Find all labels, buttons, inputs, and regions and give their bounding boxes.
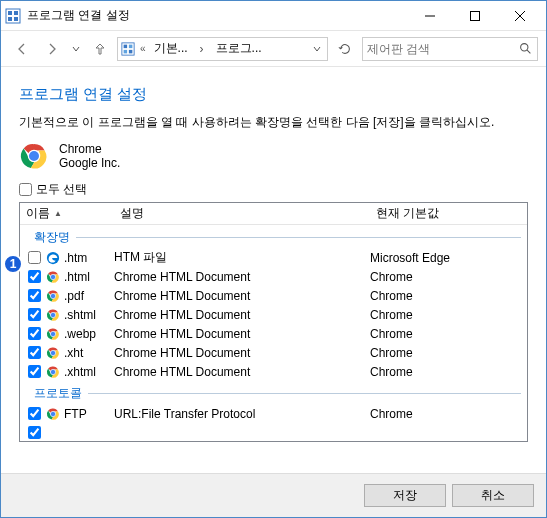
table-row[interactable]: .webpChrome HTML DocumentChrome bbox=[20, 324, 527, 343]
table-row[interactable]: .pdfChrome HTML DocumentChrome bbox=[20, 286, 527, 305]
grid-body[interactable]: 확장명 .htmHTM 파일Microsoft Edge.htmlChrome … bbox=[20, 225, 527, 442]
edge-icon bbox=[44, 251, 62, 265]
table-row[interactable]: .htmlChrome HTML DocumentChrome bbox=[20, 267, 527, 286]
minimize-button[interactable] bbox=[407, 2, 452, 30]
breadcrumb-seg-1[interactable]: 기본... bbox=[150, 40, 192, 57]
annotation-callout-1: 1 bbox=[3, 254, 23, 274]
app-name-label: Chrome bbox=[59, 142, 120, 156]
row-desc: Chrome HTML Document bbox=[114, 270, 370, 284]
select-all-label[interactable]: 모두 선택 bbox=[36, 181, 87, 198]
content-area: 프로그램 연결 설정 기본적으로 이 프로그램을 열 때 사용하려는 확장명을 … bbox=[1, 67, 546, 452]
back-button[interactable] bbox=[9, 36, 35, 62]
table-row[interactable]: .xhtChrome HTML DocumentChrome bbox=[20, 343, 527, 362]
row-ext: .xhtml bbox=[62, 365, 114, 379]
row-default: Chrome bbox=[370, 289, 527, 303]
row-checkbox[interactable] bbox=[28, 308, 41, 321]
row-ext: .pdf bbox=[62, 289, 114, 303]
svg-rect-10 bbox=[124, 44, 128, 48]
row-ext: .xht bbox=[62, 346, 114, 360]
page-title: 프로그램 연결 설정 bbox=[19, 85, 528, 104]
row-desc: Chrome HTML Document bbox=[114, 346, 370, 360]
col-name-header[interactable]: 이름▲ bbox=[20, 203, 114, 224]
row-desc: Chrome HTML Document bbox=[114, 289, 370, 303]
chrome-icon bbox=[44, 407, 62, 421]
chrome-icon bbox=[44, 346, 62, 360]
save-button[interactable]: 저장 bbox=[364, 484, 446, 507]
row-ext: FTP bbox=[62, 407, 114, 421]
svg-rect-1 bbox=[8, 11, 12, 15]
recent-dropdown-icon[interactable] bbox=[69, 45, 83, 53]
chrome-icon bbox=[44, 289, 62, 303]
svg-rect-13 bbox=[129, 49, 133, 53]
chevron-right-icon[interactable]: › bbox=[194, 42, 210, 56]
forward-button[interactable] bbox=[39, 36, 65, 62]
sort-asc-icon: ▲ bbox=[54, 209, 62, 218]
select-all-row: 모두 선택 bbox=[19, 181, 528, 198]
chrome-icon bbox=[44, 308, 62, 322]
svg-point-14 bbox=[520, 44, 527, 51]
search-input[interactable] bbox=[367, 42, 517, 56]
row-ext: .webp bbox=[62, 327, 114, 341]
cancel-button[interactable]: 취소 bbox=[452, 484, 534, 507]
row-default: Chrome bbox=[370, 346, 527, 360]
maximize-button[interactable] bbox=[452, 2, 497, 30]
chrome-icon bbox=[44, 365, 62, 379]
row-ext: .htm bbox=[62, 251, 114, 265]
table-row[interactable]: .shtmlChrome HTML DocumentChrome bbox=[20, 305, 527, 324]
svg-line-15 bbox=[527, 50, 530, 53]
svg-rect-12 bbox=[124, 49, 128, 53]
window-title: 프로그램 연결 설정 bbox=[27, 7, 407, 24]
group-extensions: 확장명 bbox=[20, 225, 527, 248]
refresh-button[interactable] bbox=[332, 37, 358, 61]
table-row[interactable]: FTPURL:File Transfer ProtocolChrome bbox=[20, 404, 527, 423]
chrome-icon bbox=[44, 327, 62, 341]
breadcrumb-dropdown-icon[interactable] bbox=[309, 42, 325, 56]
col-desc-header[interactable]: 설명 bbox=[114, 203, 370, 224]
col-default-header[interactable]: 현재 기본값 bbox=[370, 203, 510, 224]
row-desc: Chrome HTML Document bbox=[114, 308, 370, 322]
app-info: Chrome Google Inc. bbox=[19, 141, 528, 171]
page-description: 기본적으로 이 프로그램을 열 때 사용하려는 확장명을 선택한 다음 [저장]… bbox=[19, 114, 528, 131]
association-grid: 이름▲ 설명 현재 기본값 확장명 .htmHTM 파일Microsoft Ed… bbox=[19, 202, 528, 442]
chrome-icon bbox=[19, 141, 49, 171]
row-checkbox[interactable] bbox=[28, 426, 41, 439]
row-ext: .html bbox=[62, 270, 114, 284]
search-icon[interactable] bbox=[517, 42, 533, 55]
svg-rect-3 bbox=[8, 17, 12, 21]
breadcrumb-overflow-icon[interactable]: « bbox=[138, 43, 148, 54]
row-checkbox[interactable] bbox=[28, 327, 41, 340]
row-desc: HTM 파일 bbox=[114, 249, 370, 266]
close-button[interactable] bbox=[497, 2, 542, 30]
breadcrumb[interactable]: « 기본... › 프로그... bbox=[117, 37, 328, 61]
row-desc: Chrome HTML Document bbox=[114, 327, 370, 341]
svg-rect-6 bbox=[470, 11, 479, 20]
row-default: Chrome bbox=[370, 407, 527, 421]
row-default: Microsoft Edge bbox=[370, 251, 527, 265]
row-checkbox[interactable] bbox=[28, 289, 41, 302]
up-button[interactable] bbox=[87, 36, 113, 62]
row-checkbox[interactable] bbox=[28, 407, 41, 420]
breadcrumb-seg-2[interactable]: 프로그... bbox=[212, 40, 266, 57]
table-row[interactable] bbox=[20, 423, 527, 442]
row-default: Chrome bbox=[370, 270, 527, 284]
table-row[interactable]: .xhtmlChrome HTML DocumentChrome bbox=[20, 362, 527, 381]
grid-header: 이름▲ 설명 현재 기본값 bbox=[20, 203, 527, 225]
chrome-icon bbox=[44, 270, 62, 284]
titlebar: 프로그램 연결 설정 bbox=[1, 1, 546, 31]
row-checkbox[interactable] bbox=[28, 270, 41, 283]
navbar: « 기본... › 프로그... bbox=[1, 31, 546, 67]
row-checkbox[interactable] bbox=[28, 346, 41, 359]
svg-rect-4 bbox=[14, 17, 18, 21]
row-desc: URL:File Transfer Protocol bbox=[114, 407, 370, 421]
footer: 저장 취소 bbox=[1, 473, 546, 517]
control-panel-icon bbox=[120, 41, 136, 57]
row-desc: Chrome HTML Document bbox=[114, 365, 370, 379]
row-default: Chrome bbox=[370, 365, 527, 379]
select-all-checkbox[interactable] bbox=[19, 183, 32, 196]
row-default: Chrome bbox=[370, 308, 527, 322]
search-box[interactable] bbox=[362, 37, 538, 61]
row-default: Chrome bbox=[370, 327, 527, 341]
table-row[interactable]: .htmHTM 파일Microsoft Edge bbox=[20, 248, 527, 267]
row-checkbox[interactable] bbox=[28, 251, 41, 264]
row-checkbox[interactable] bbox=[28, 365, 41, 378]
